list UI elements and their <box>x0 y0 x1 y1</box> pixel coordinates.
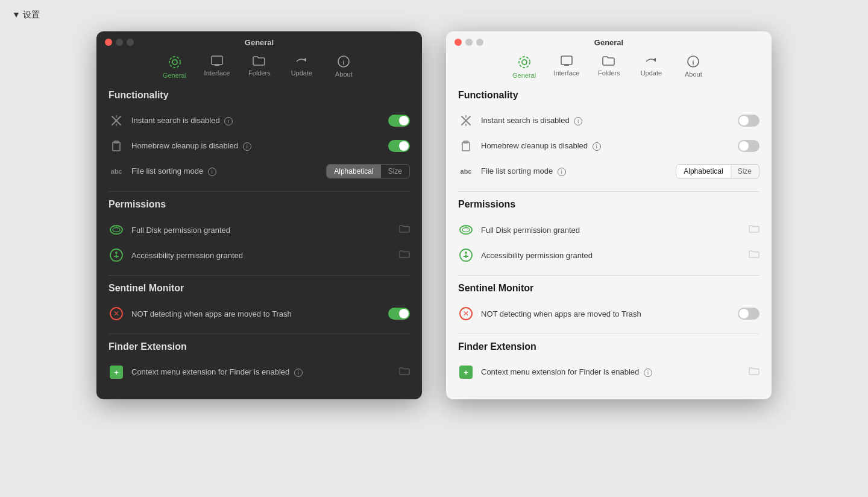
dark-finder-folder-icon[interactable] <box>399 367 410 378</box>
dark-instant-search-row: Instant search is disabled i <box>108 108 410 133</box>
light-homebrew-toggle[interactable] <box>738 140 760 152</box>
dark-sentinel-title: Sentinel Monitor <box>108 283 410 294</box>
svg-point-13 <box>113 228 120 232</box>
light-accessibility-row: Accessibility permission granted <box>458 242 760 268</box>
light-accessibility-folder-icon[interactable] <box>749 250 760 261</box>
light-sort-alphabetical[interactable]: Alphabetical <box>676 165 730 178</box>
light-ext-badge: + <box>459 366 473 379</box>
light-interface-label: Interface <box>554 69 580 77</box>
light-instant-search-icon <box>458 113 474 128</box>
dark-instant-search-toggle[interactable] <box>388 115 410 127</box>
dark-sentinel-text: NOT detecting when apps are moved to Tra… <box>131 309 381 318</box>
dark-finder-info-icon: i <box>294 369 303 377</box>
light-fulldisk-folder-icon[interactable] <box>749 224 760 235</box>
light-sort-size[interactable]: Size <box>731 165 759 178</box>
dark-minimize-button[interactable] <box>116 39 123 46</box>
dark-folders-icon <box>253 55 266 68</box>
light-divider-1 <box>458 191 760 192</box>
dark-traffic-lights <box>105 39 134 46</box>
light-finder-ext-icon: + <box>458 364 474 380</box>
dark-finder-title: Finder Extension <box>108 341 410 352</box>
dark-maximize-button[interactable] <box>127 39 134 46</box>
dark-functionality-section: Functionality Instant search is disabled… <box>108 90 410 184</box>
light-update-label: Update <box>641 69 662 77</box>
light-instant-search-row: Instant search is disabled i <box>458 108 760 133</box>
dark-sort-size[interactable]: Size <box>381 165 409 178</box>
light-tab-interface[interactable]: Interface <box>546 53 588 81</box>
light-tabs: General Interface Folders <box>446 51 772 87</box>
light-sentinel-toggle[interactable] <box>738 308 760 320</box>
dark-tab-general[interactable]: General <box>154 53 196 81</box>
page-title: ▼ 设置 <box>12 10 40 19</box>
light-sort-segment: Alphabetical Size <box>676 164 760 179</box>
svg-text:i: i <box>343 59 345 66</box>
light-about-icon: i <box>687 55 699 69</box>
dark-window: General General <box>96 31 422 399</box>
dark-instant-search-info-icon: i <box>224 117 233 125</box>
dark-accessibility-folder-icon[interactable] <box>399 250 410 261</box>
dark-ext-badge: + <box>110 366 123 379</box>
light-accessibility-text: Accessibility permission granted <box>481 251 741 260</box>
light-window-title: General <box>594 38 623 47</box>
light-tab-general[interactable]: General <box>503 53 546 81</box>
light-sentinel-section: Sentinel Monitor ✕ NOT detecting when ap… <box>458 283 760 326</box>
svg-rect-10 <box>113 142 120 151</box>
light-file-sorting-icon: abc <box>458 163 474 179</box>
dark-sentinel-section: Sentinel Monitor ✕ NOT detecting when ap… <box>108 283 410 326</box>
light-finder-folder-icon[interactable] <box>749 367 760 378</box>
light-divider-3 <box>458 334 760 334</box>
light-functionality-title: Functionality <box>458 90 760 101</box>
light-finder-row: + Context menu extension for Finder is e… <box>458 359 760 385</box>
dark-update-label: Update <box>291 69 312 77</box>
dark-tab-about[interactable]: i About <box>322 53 365 81</box>
light-tab-update[interactable]: Update <box>630 53 672 81</box>
dark-homebrew-toggle[interactable] <box>388 140 410 152</box>
dark-fulldisk-folder-icon[interactable] <box>399 224 410 235</box>
light-traffic-lights <box>454 39 483 46</box>
light-fulldisk-icon <box>458 222 474 238</box>
svg-rect-21 <box>561 56 572 65</box>
svg-rect-3 <box>215 65 219 66</box>
light-minimize-button[interactable] <box>465 39 473 46</box>
svg-rect-22 <box>564 65 569 66</box>
light-homebrew-info-icon: i <box>593 142 601 151</box>
svg-point-35 <box>465 252 467 254</box>
light-sentinel-text: NOT detecting when apps are moved to Tra… <box>481 309 731 318</box>
dark-sort-segment: Alphabetical Size <box>326 164 410 179</box>
light-close-button[interactable] <box>454 39 462 46</box>
dark-homebrew-info-icon: i <box>243 142 251 151</box>
light-fulldisk-text: Full Disk permission granted <box>481 226 741 235</box>
dark-sentinel-status-icon: ✕ <box>110 307 123 320</box>
dark-finder-row: + Context menu extension for Finder is e… <box>108 359 410 385</box>
light-file-sorting-row: abc File list sorting mode i Alphabetica… <box>458 159 760 184</box>
dark-close-button[interactable] <box>105 39 112 46</box>
dark-general-label: General <box>163 72 186 79</box>
light-general-icon <box>518 55 531 71</box>
dark-about-icon: i <box>338 55 350 69</box>
svg-point-0 <box>172 60 177 65</box>
dark-sort-alphabetical[interactable]: Alphabetical <box>327 165 380 178</box>
dark-tab-interface[interactable]: Interface <box>196 53 239 81</box>
page-header: ▼ 设置 <box>0 0 868 25</box>
light-sentinel-icon: ✕ <box>458 306 474 321</box>
light-file-sorting-text: File list sorting mode i <box>481 166 668 176</box>
light-tab-about[interactable]: i About <box>672 53 714 81</box>
dark-tabs: General Interface Folders <box>96 51 422 87</box>
dark-tab-update[interactable]: Update <box>280 53 322 81</box>
dark-sentinel-toggle[interactable] <box>388 308 410 320</box>
light-content: Functionality Instant search is disabled… <box>446 90 772 399</box>
dark-sentinel-icon: ✕ <box>108 306 124 321</box>
light-maximize-button[interactable] <box>476 39 483 46</box>
light-instant-search-toggle[interactable] <box>738 115 760 127</box>
dark-divider-1 <box>108 191 410 192</box>
light-sentinel-status-icon: ✕ <box>459 307 473 320</box>
dark-finder-text: Context menu extension for Finder is ena… <box>131 367 392 377</box>
light-accessibility-icon <box>458 247 474 263</box>
dark-file-sorting-icon: abc <box>108 163 124 179</box>
dark-tab-folders[interactable]: Folders <box>238 53 280 81</box>
dark-homebrew-row: Homebrew cleanup is disabled i <box>108 133 410 159</box>
light-sentinel-title: Sentinel Monitor <box>458 283 760 294</box>
light-folders-icon <box>602 55 615 68</box>
light-tab-folders[interactable]: Folders <box>588 53 630 81</box>
dark-content: Functionality Instant search is disabled… <box>96 90 422 399</box>
